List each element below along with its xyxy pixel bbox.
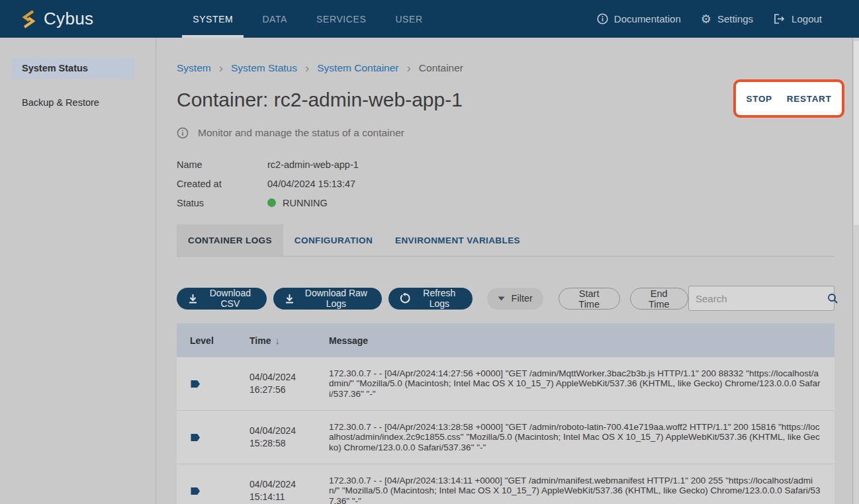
gear-icon: ⚙	[701, 13, 711, 25]
info-circle-icon	[177, 127, 189, 139]
detail-row-status: Status RUNNING	[177, 193, 835, 212]
search-input[interactable]	[696, 293, 827, 304]
brand[interactable]: Cybus	[20, 9, 93, 29]
status-badge: RUNNING	[267, 198, 328, 208]
time-cell: 04/04/2024 16:27:56	[249, 371, 329, 396]
sort-desc-icon[interactable]: ↓	[275, 335, 280, 346]
filter-button[interactable]: Filter	[487, 288, 543, 310]
main-nav: SYSTEM DATA SERVICES USER	[178, 0, 437, 38]
table-row[interactable]: 04/04/2024 16:27:56 172.30.0.7 - - [04/A…	[177, 357, 835, 411]
tag-icon	[190, 433, 249, 442]
nav-tab-system[interactable]: SYSTEM	[178, 0, 248, 38]
nav-tab-user[interactable]: USER	[381, 0, 437, 38]
nav-tab-data[interactable]: DATA	[248, 0, 302, 38]
page-subtitle: Monitor and manage the status of a conta…	[177, 127, 835, 139]
search-box	[688, 286, 835, 311]
download-icon	[284, 293, 295, 304]
logout-link[interactable]: Logout	[773, 13, 822, 24]
cybus-logo-icon	[20, 9, 38, 29]
level-cell	[177, 380, 249, 388]
download-raw-logs-button[interactable]: Download Raw Logs	[273, 288, 382, 310]
brand-name: Cybus	[44, 9, 93, 29]
breadcrumb: System › System Status › System Containe…	[177, 38, 835, 74]
table-row[interactable]: 04/04/2024 15:28:58 172.30.0.7 - - [04/A…	[177, 411, 835, 464]
detail-row-name: Name rc2-admin-web-app-1	[177, 155, 835, 174]
message-cell: 172.30.0.7 - - [04/Apr/2024:13:14:11 +00…	[329, 476, 835, 504]
tag-icon	[190, 487, 249, 495]
column-header-message[interactable]: Message	[329, 335, 835, 346]
caret-down-icon	[498, 296, 505, 301]
container-actions-highlight: STOP RESTART	[733, 79, 844, 118]
stop-button[interactable]: STOP	[743, 91, 776, 106]
logs-table: Level Time↓ Message 04/04/2024 16:27:56 …	[177, 323, 835, 504]
detail-tabs: CONTAINER LOGS CONFIGURATION ENVIRONMENT…	[177, 224, 835, 257]
detail-value: 04/04/2024 15:13:47	[267, 179, 355, 189]
breadcrumb-link-system[interactable]: System	[177, 62, 211, 74]
start-time-button[interactable]: Start Time	[559, 288, 620, 310]
status-running-dot-icon	[267, 198, 276, 207]
scrollbar-thumb[interactable]	[854, 41, 859, 225]
level-cell	[177, 487, 249, 495]
detail-row-created-at: Created at 04/04/2024 15:13:47	[177, 174, 835, 193]
breadcrumb-current: Container	[419, 62, 463, 74]
search-icon[interactable]	[827, 293, 838, 304]
detail-label: Name	[177, 159, 267, 170]
main-content: System › System Status › System Containe…	[157, 38, 852, 504]
tab-configuration[interactable]: CONFIGURATION	[283, 224, 384, 256]
sidebar: System Status Backup & Restore	[0, 38, 156, 504]
end-time-button[interactable]: End Time	[630, 288, 689, 310]
navbar-actions: Documentation ⚙ Settings Logout	[597, 13, 822, 25]
time-cell: 04/04/2024 15:14:11	[249, 478, 329, 503]
detail-value: rc2-admin-web-app-1	[267, 159, 359, 170]
chevron-right-icon: ›	[219, 62, 223, 74]
documentation-link[interactable]: Documentation	[597, 13, 681, 24]
chevron-right-icon: ›	[406, 62, 410, 74]
time-cell: 04/04/2024 15:28:58	[249, 425, 329, 450]
info-circle-icon	[597, 13, 608, 24]
refresh-icon	[399, 292, 411, 304]
restart-button[interactable]: RESTART	[783, 91, 836, 106]
detail-label: Status	[177, 198, 267, 208]
sidebar-item-backup-restore[interactable]: Backup & Restore	[11, 92, 134, 113]
container-details: Name rc2-admin-web-app-1 Created at 04/0…	[177, 155, 835, 212]
breadcrumb-link-system-status[interactable]: System Status	[231, 62, 297, 74]
nav-tab-services[interactable]: SERVICES	[302, 0, 381, 38]
table-row[interactable]: 04/04/2024 15:14:11 172.30.0.7 - - [04/A…	[177, 464, 835, 504]
chevron-right-icon: ›	[305, 62, 309, 74]
tab-environment-variables[interactable]: ENVIRONMENT VARIABLES	[384, 224, 531, 256]
column-header-level[interactable]: Level	[177, 335, 249, 346]
table-header: Level Time↓ Message	[177, 323, 835, 357]
settings-link[interactable]: ⚙ Settings	[701, 13, 753, 25]
refresh-logs-button[interactable]: Refresh Logs	[388, 288, 473, 310]
download-icon	[187, 293, 199, 304]
column-header-time[interactable]: Time↓	[249, 335, 329, 346]
message-cell: 172.30.0.7 - - [04/Apr/2024:13:28:58 +00…	[329, 422, 835, 453]
breadcrumb-link-system-container[interactable]: System Container	[317, 62, 398, 74]
logs-toolbar: Download CSV Download Raw Logs Refresh L…	[177, 286, 835, 311]
vertical-scrollbar[interactable]	[852, 38, 859, 504]
detail-label: Created at	[177, 179, 267, 189]
logout-icon	[773, 13, 786, 24]
tag-icon	[190, 380, 249, 388]
sidebar-item-system-status[interactable]: System Status	[11, 58, 134, 79]
message-cell: 172.30.0.7 - - [04/Apr/2024:14:27:56 +00…	[329, 368, 835, 399]
tab-container-logs[interactable]: CONTAINER LOGS	[177, 224, 283, 256]
download-csv-button[interactable]: Download CSV	[177, 288, 267, 310]
level-cell	[177, 433, 249, 442]
top-navbar: Cybus SYSTEM DATA SERVICES USER Document…	[0, 0, 859, 38]
